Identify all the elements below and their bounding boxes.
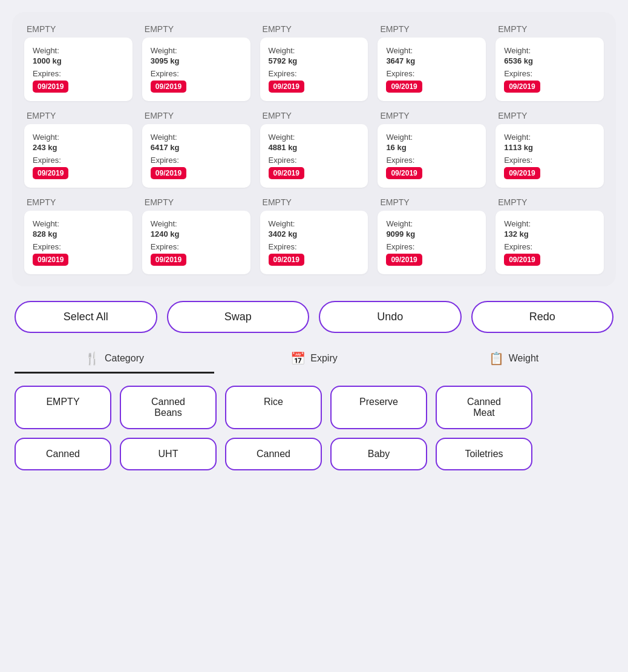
- grid-cell[interactable]: EMPTY Weight: 1113 kg Expires: 09/2019: [496, 111, 604, 188]
- weight-label: Weight:: [33, 46, 124, 55]
- weight-value: 6536 kg: [504, 56, 595, 65]
- cell-card: Weight: 1000 kg Expires: 09/2019: [24, 38, 132, 101]
- chip-uht[interactable]: UHT: [120, 438, 217, 470]
- cell-label: EMPTY: [142, 197, 250, 207]
- chips-row-2: Canned UHT Canned Baby Toiletries: [12, 438, 616, 470]
- cell-label: EMPTY: [24, 24, 132, 34]
- expires-label: Expires:: [33, 242, 124, 251]
- tab-expiry[interactable]: 📅 Expiry: [214, 345, 414, 374]
- expire-badge: 09/2019: [33, 254, 68, 266]
- weight-label: Weight:: [386, 133, 477, 142]
- grid-cell[interactable]: EMPTY Weight: 6536 kg Expires: 09/2019: [496, 24, 604, 101]
- grid-cell[interactable]: EMPTY Weight: 3647 kg Expires: 09/2019: [378, 24, 486, 101]
- expire-badge: 09/2019: [33, 81, 68, 93]
- grid-cell[interactable]: EMPTY Weight: 5792 kg Expires: 09/2019: [260, 24, 368, 101]
- expires-label: Expires:: [151, 242, 242, 251]
- tab-category[interactable]: 🍴 Category: [15, 345, 214, 374]
- weight-value: 828 kg: [33, 229, 124, 239]
- cell-label: EMPTY: [378, 111, 486, 120]
- weight-label: Weight:: [504, 46, 595, 55]
- expires-label: Expires:: [269, 156, 360, 165]
- cell-label: EMPTY: [496, 197, 604, 207]
- chips-row-1: EMPTY CannedBeans Rice Preserve CannedMe…: [12, 386, 616, 429]
- expire-badge: 09/2019: [33, 167, 68, 179]
- swap-button[interactable]: Swap: [167, 301, 310, 333]
- grid-cell[interactable]: EMPTY Weight: 1000 kg Expires: 09/2019: [24, 24, 132, 101]
- weight-value: 1113 kg: [504, 143, 595, 152]
- cell-label: EMPTY: [260, 111, 368, 120]
- weight-value: 5792 kg: [269, 56, 360, 65]
- cell-card: Weight: 828 kg Expires: 09/2019: [24, 211, 132, 274]
- grid-cell[interactable]: EMPTY Weight: 1240 kg Expires: 09/2019: [142, 197, 250, 274]
- expire-badge: 09/2019: [269, 167, 304, 179]
- grid-cell[interactable]: EMPTY Weight: 6417 kg Expires: 09/2019: [142, 111, 250, 188]
- cell-label: EMPTY: [24, 111, 132, 120]
- expires-label: Expires:: [269, 242, 360, 251]
- weight-label: Weight:: [269, 219, 360, 228]
- chip-empty[interactable]: EMPTY: [15, 386, 111, 429]
- grid-cell[interactable]: EMPTY Weight: 16 kg Expires: 09/2019: [378, 111, 486, 188]
- weight-label: Weight:: [504, 133, 595, 142]
- weight-label: Weight:: [386, 219, 477, 228]
- cell-card: Weight: 1240 kg Expires: 09/2019: [142, 211, 250, 274]
- sort-tabs: 🍴 Category 📅 Expiry 📋 Weight: [12, 345, 616, 374]
- cell-label: EMPTY: [496, 111, 604, 120]
- grid-cell[interactable]: EMPTY Weight: 4881 kg Expires: 09/2019: [260, 111, 368, 188]
- grid-cell[interactable]: EMPTY Weight: 243 kg Expires: 09/2019: [24, 111, 132, 188]
- cell-label: EMPTY: [378, 24, 486, 34]
- expire-badge: 09/2019: [151, 167, 186, 179]
- expire-badge: 09/2019: [386, 254, 422, 266]
- expires-label: Expires:: [504, 69, 595, 78]
- cell-card: Weight: 132 kg Expires: 09/2019: [496, 211, 604, 274]
- cell-label: EMPTY: [260, 24, 368, 34]
- weight-value: 4881 kg: [269, 143, 360, 152]
- chip-rice[interactable]: Rice: [225, 386, 322, 429]
- inventory-grid: EMPTY Weight: 1000 kg Expires: 09/2019 E…: [24, 24, 604, 274]
- expires-label: Expires:: [33, 156, 124, 165]
- grid-cell[interactable]: EMPTY Weight: 132 kg Expires: 09/2019: [496, 197, 604, 274]
- cell-card: Weight: 4881 kg Expires: 09/2019: [260, 124, 368, 188]
- expire-badge: 09/2019: [151, 254, 186, 266]
- action-row: Select All Swap Undo Redo: [12, 301, 616, 333]
- tab-expiry-label: Expiry: [310, 353, 337, 364]
- chip-canned-2[interactable]: Canned: [225, 438, 322, 470]
- weight-label: Weight:: [151, 133, 242, 142]
- grid-cell[interactable]: EMPTY Weight: 3402 kg Expires: 09/2019: [260, 197, 368, 274]
- cell-label: EMPTY: [378, 197, 486, 207]
- chip-preserve[interactable]: Preserve: [330, 386, 427, 429]
- weight-label: Weight:: [386, 46, 477, 55]
- weight-value: 3647 kg: [386, 56, 477, 65]
- chip-canned-meat[interactable]: CannedMeat: [436, 386, 532, 429]
- cell-card: Weight: 243 kg Expires: 09/2019: [24, 124, 132, 188]
- grid-cell[interactable]: EMPTY Weight: 828 kg Expires: 09/2019: [24, 197, 132, 274]
- cell-card: Weight: 1113 kg Expires: 09/2019: [496, 124, 604, 188]
- expires-label: Expires:: [269, 69, 360, 78]
- weight-value: 243 kg: [33, 143, 124, 152]
- weight-value: 132 kg: [504, 229, 595, 239]
- expire-badge: 09/2019: [269, 81, 304, 93]
- main-container: EMPTY Weight: 1000 kg Expires: 09/2019 E…: [0, 0, 628, 483]
- cell-card: Weight: 5792 kg Expires: 09/2019: [260, 38, 368, 101]
- chip-canned-beans[interactable]: CannedBeans: [120, 386, 217, 429]
- cell-card: Weight: 6536 kg Expires: 09/2019: [496, 38, 604, 101]
- cell-card: Weight: 3402 kg Expires: 09/2019: [260, 211, 368, 274]
- cell-card: Weight: 9099 kg Expires: 09/2019: [378, 211, 486, 274]
- expires-label: Expires:: [151, 156, 242, 165]
- cell-card: Weight: 3095 kg Expires: 09/2019: [142, 38, 250, 101]
- expires-label: Expires:: [386, 242, 477, 251]
- chip-baby[interactable]: Baby: [330, 438, 427, 470]
- weight-value: 3402 kg: [269, 229, 360, 239]
- weight-value: 16 kg: [386, 143, 477, 152]
- grid-cell[interactable]: EMPTY Weight: 3095 kg Expires: 09/2019: [142, 24, 250, 101]
- redo-button[interactable]: Redo: [471, 301, 614, 333]
- tab-weight[interactable]: 📋 Weight: [414, 345, 613, 374]
- cell-label: EMPTY: [496, 24, 604, 34]
- select-all-button[interactable]: Select All: [15, 301, 157, 333]
- chip-canned[interactable]: Canned: [15, 438, 111, 470]
- chip-toiletries[interactable]: Toiletries: [436, 438, 532, 470]
- undo-button[interactable]: Undo: [319, 301, 462, 333]
- grid-cell[interactable]: EMPTY Weight: 9099 kg Expires: 09/2019: [378, 197, 486, 274]
- expires-label: Expires:: [504, 156, 595, 165]
- expire-badge: 09/2019: [504, 167, 540, 179]
- weight-label: Weight:: [269, 46, 360, 55]
